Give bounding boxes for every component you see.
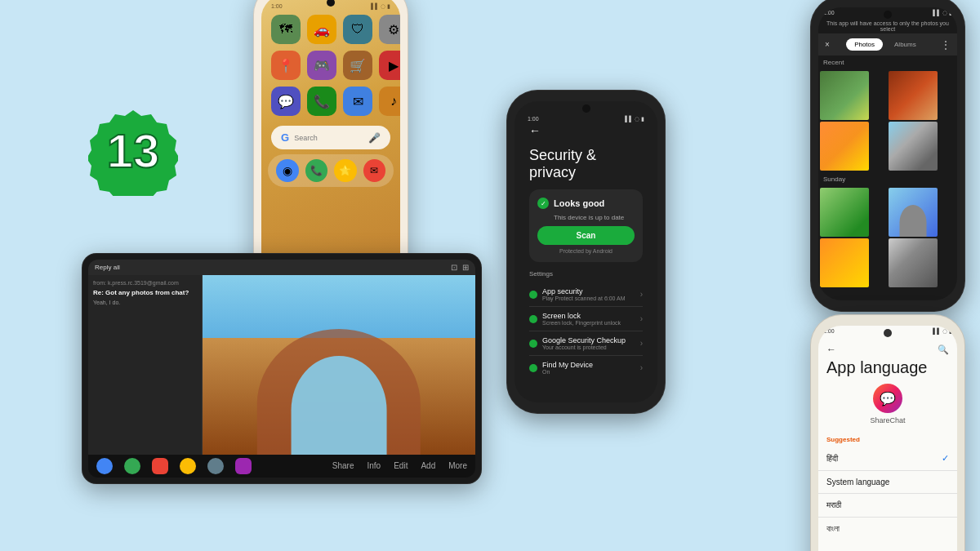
nav-share[interactable]: Share [332, 461, 354, 470]
app-lang-search-icon[interactable]: 🔍 [938, 344, 949, 355]
toolbar-title: Reply all [95, 264, 120, 271]
lang-text-system: System language [826, 478, 889, 487]
toolbar-icon-1[interactable]: ⊡ [451, 263, 457, 272]
security-punch-hole [582, 104, 590, 113]
photo-thumb-3[interactable] [820, 122, 869, 171]
nav-more[interactable]: More [448, 461, 467, 470]
photo-thumb-8[interactable] [889, 238, 938, 287]
app-icon-mail[interactable]: ✉ [343, 87, 372, 116]
homescreen-screen: 1:00 ▌▌ ◌ ▮ 🗺 🚗 🛡 ⚙ 📍 🎮 🛒 ▶ 💬 📞 [261, 0, 400, 288]
scan-button[interactable]: Scan [537, 226, 635, 245]
setting-sub-app-security: Play Protect scanned at 6:00 AM [542, 295, 635, 301]
photos-tab-photos[interactable]: Photos [846, 38, 883, 51]
photos-tab-albums[interactable]: Albums [886, 38, 924, 51]
security-status-time: 1:00 [528, 116, 539, 122]
photo-thumb-6[interactable] [889, 188, 938, 237]
photo-thumb-2[interactable] [889, 71, 938, 120]
photos-close-button[interactable]: × [825, 40, 830, 49]
setting-google-security[interactable]: Google Security Checkup Your account is … [529, 331, 643, 356]
app-lang-screen: 1:00 ▌▌ ◌ ▮ ← 🔍 App language 💬 ShareChat… [818, 326, 957, 551]
nav-add[interactable]: Add [421, 461, 435, 470]
background: 13 1:00 ▌▌ ◌ ▮ 🗺 🚗 🛡 ⚙ 📍 [0, 0, 980, 551]
security-title: Security & privacy [529, 147, 643, 181]
lang-item-bengali[interactable]: বাংলা [818, 518, 957, 540]
app-dock-1[interactable] [96, 458, 113, 474]
photo-thumb-4[interactable] [889, 122, 938, 171]
photo-thumb-7[interactable] [820, 238, 869, 287]
photos-sunday-label: Sunday [818, 172, 957, 186]
toolbar-icon-2[interactable]: ⊞ [462, 263, 469, 272]
photo-thumb-1[interactable] [820, 71, 869, 120]
email-subject: Re: Got any photos from chat? [93, 289, 197, 296]
app-icon-car[interactable]: 🚗 [307, 15, 336, 44]
photos-screen: 1:00 ▌▌ ◌ ▮ This app will have access to… [818, 7, 957, 300]
tablet-email: Reply all ⊡ ⊞ from: k.press.rc.3519@gmai… [82, 253, 482, 484]
dock-icon-phone2[interactable]: 📞 [305, 159, 328, 182]
setting-title-app-security: App security [542, 287, 635, 295]
photo-thumb-5[interactable] [820, 188, 869, 237]
phone-app-language: 1:00 ▌▌ ◌ ▮ ← 🔍 App language 💬 ShareChat… [810, 314, 965, 551]
search-placeholder[interactable]: Search [294, 134, 363, 142]
dock-icon-gmail[interactable]: ✉ [363, 159, 386, 182]
status-time: 1:00 [271, 3, 283, 10]
email-from: from: k.press.rc.3519@gmail.com [93, 280, 197, 286]
looks-good-title: Looks good [554, 198, 604, 208]
mic-icon[interactable]: 🎤 [368, 132, 381, 144]
app-icon-pin[interactable]: 📍 [271, 51, 301, 80]
app-icon-game[interactable]: 🎮 [307, 51, 336, 80]
app-icon-phone[interactable]: 📞 [307, 87, 336, 116]
dock-icon-maps2[interactable]: ⭐ [334, 159, 357, 182]
setting-find-device[interactable]: Find My Device On › [529, 356, 643, 380]
setting-dot-find-device [529, 364, 537, 372]
nav-info[interactable]: Info [367, 461, 381, 470]
nav-edit[interactable]: Edit [394, 461, 408, 470]
app-name-label: ShareChat [818, 416, 957, 424]
app-icon-shield[interactable]: 🛡 [343, 15, 372, 44]
security-settings-section: Settings App security Play Protect scann… [529, 270, 643, 380]
dock-icon-chrome[interactable]: ◉ [276, 159, 299, 182]
app-icon-music[interactable]: ♪ [379, 87, 400, 116]
app-icon-maps[interactable]: 🗺 [271, 15, 301, 44]
app-dock-2[interactable] [124, 458, 140, 474]
lang-text-bengali: বাংলা [826, 524, 840, 534]
photos-sunday-grid [818, 186, 957, 289]
security-screen: 1:00 ▌▌ ◌ ▮ ← Security & privacy Looks g… [514, 101, 657, 402]
phone-photos: 1:00 ▌▌ ◌ ▮ This app will have access to… [810, 0, 965, 312]
app-icon-msg[interactable]: 💬 [271, 87, 301, 116]
setting-title-screen-lock: Screen lock [542, 312, 635, 320]
lang-text-hindi: हिंदी [826, 454, 838, 464]
app-lang-punch-hole [884, 329, 892, 337]
setting-sub-screen-lock: Screen lock, Fingerprint unlock [542, 320, 635, 326]
app-dock-6[interactable] [235, 458, 252, 474]
google-g-logo: G [281, 131, 289, 144]
setting-sub-find-device: On [542, 369, 635, 375]
app-icon-tools[interactable]: ⚙ [379, 15, 400, 44]
looks-good-card: Looks good This device is up to date Sca… [529, 189, 643, 262]
app-lang-title: App language [818, 358, 957, 384]
svg-text:13: 13 [107, 124, 160, 177]
email-attachment-photo [203, 275, 475, 455]
setting-dot-app-security [529, 291, 537, 299]
lang-item-system[interactable]: System language [818, 471, 957, 494]
protected-text: Protected by Android [537, 248, 635, 254]
suggested-label: Suggested [818, 433, 957, 447]
setting-screen-lock[interactable]: Screen lock Screen lock, Fingerprint unl… [529, 307, 643, 331]
security-back-arrow[interactable]: ← [529, 124, 643, 137]
photos-recent-label: Recent [818, 56, 957, 69]
app-icon-yt[interactable]: ▶ [379, 51, 400, 80]
lang-item-hindi[interactable]: हिंदी ✓ [818, 447, 957, 471]
photos-header: × Photos Albums ⋮ [818, 33, 957, 56]
app-lang-back-button[interactable]: ← [826, 344, 836, 355]
looks-good-indicator [537, 198, 549, 209]
app-dock-4[interactable] [180, 458, 196, 474]
app-dock-5[interactable] [207, 458, 224, 474]
email-panel: from: k.press.rc.3519@gmail.com Re: Got … [88, 275, 203, 455]
photos-menu-button[interactable]: ⋮ [941, 39, 951, 51]
setting-app-security[interactable]: App security Play Protect scanned at 6:0… [529, 282, 643, 307]
app-icon-store[interactable]: 🛒 [343, 51, 372, 80]
lang-item-marathi[interactable]: मराठी [818, 494, 957, 518]
photos-status-time: 1:00 [823, 10, 835, 16]
photos-punch-hole [884, 11, 892, 19]
app-dock-3[interactable] [152, 458, 168, 474]
phone-security: 1:00 ▌▌ ◌ ▮ ← Security & privacy Looks g… [506, 90, 666, 414]
